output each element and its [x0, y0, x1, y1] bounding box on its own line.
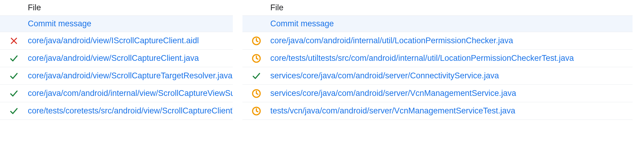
clock-icon: [252, 54, 261, 63]
clock-icon: [252, 89, 261, 98]
check-icon: [252, 72, 261, 80]
check-icon: [10, 72, 18, 80]
file-row[interactable]: core/java/com/android/internal/util/Loca…: [242, 32, 633, 50]
status-cell: [0, 72, 28, 80]
file-path-link[interactable]: core/java/com/android/internal/util/Loca…: [270, 36, 513, 45]
file-row[interactable]: core/tests/utiltests/src/com/android/int…: [242, 50, 633, 67]
file-row[interactable]: core/java/android/view/ScrollCaptureTarg…: [0, 67, 233, 85]
file-row[interactable]: services/core/java/com/android/server/Vc…: [242, 85, 633, 102]
file-path-link[interactable]: core/tests/coretests/src/android/view/Sc…: [28, 106, 233, 116]
cross-icon: [10, 37, 18, 45]
status-cell: [242, 89, 270, 98]
commit-message-row[interactable]: Commit message: [242, 16, 633, 32]
file-path-link[interactable]: services/core/java/com/android/server/Co…: [270, 71, 499, 80]
check-icon: [10, 54, 18, 63]
status-cell: [242, 106, 270, 116]
check-icon: [10, 107, 18, 115]
file-path-link[interactable]: services/core/java/com/android/server/Vc…: [270, 89, 516, 98]
check-icon: [10, 89, 18, 98]
commit-message-link[interactable]: Commit message: [28, 19, 91, 28]
file-row[interactable]: core/java/com/android/internal/view/Scro…: [0, 85, 233, 102]
status-cell: [0, 54, 28, 63]
status-cell: [242, 36, 270, 45]
file-row[interactable]: core/tests/coretests/src/android/view/Sc…: [0, 102, 233, 120]
file-path-link[interactable]: core/java/com/android/internal/view/Scro…: [28, 89, 233, 98]
file-list-left: File Commit message core/java/android/vi…: [0, 0, 233, 167]
status-cell: [0, 89, 28, 98]
column-header-row: File: [0, 0, 233, 16]
file-path-link[interactable]: core/java/android/view/IScrollCaptureCli…: [28, 36, 199, 45]
file-row[interactable]: services/core/java/com/android/server/Co…: [242, 67, 633, 85]
status-cell: [0, 37, 28, 45]
file-row[interactable]: core/java/android/view/IScrollCaptureCli…: [0, 32, 233, 50]
status-cell: [242, 54, 270, 63]
status-cell: [242, 72, 270, 80]
clock-icon: [252, 106, 261, 116]
status-cell: [0, 107, 28, 115]
file-row[interactable]: tests/vcn/java/com/android/server/VcnMan…: [242, 102, 633, 120]
clock-icon: [252, 36, 261, 45]
file-path-link[interactable]: tests/vcn/java/com/android/server/VcnMan…: [270, 106, 515, 116]
file-path-link[interactable]: core/tests/utiltests/src/com/android/int…: [270, 54, 574, 63]
file-path-link[interactable]: core/java/android/view/ScrollCaptureTarg…: [28, 71, 233, 80]
file-column-header: File: [270, 3, 284, 12]
column-header-row: File: [242, 0, 633, 16]
file-path-link[interactable]: core/java/android/view/ScrollCaptureClie…: [28, 54, 199, 63]
commit-message-row[interactable]: Commit message: [0, 16, 233, 32]
file-row[interactable]: core/java/android/view/ScrollCaptureClie…: [0, 50, 233, 67]
file-column-header: File: [28, 3, 41, 12]
commit-message-link[interactable]: Commit message: [270, 19, 334, 28]
file-list-right: File Commit message core/java/com/androi…: [242, 0, 633, 167]
